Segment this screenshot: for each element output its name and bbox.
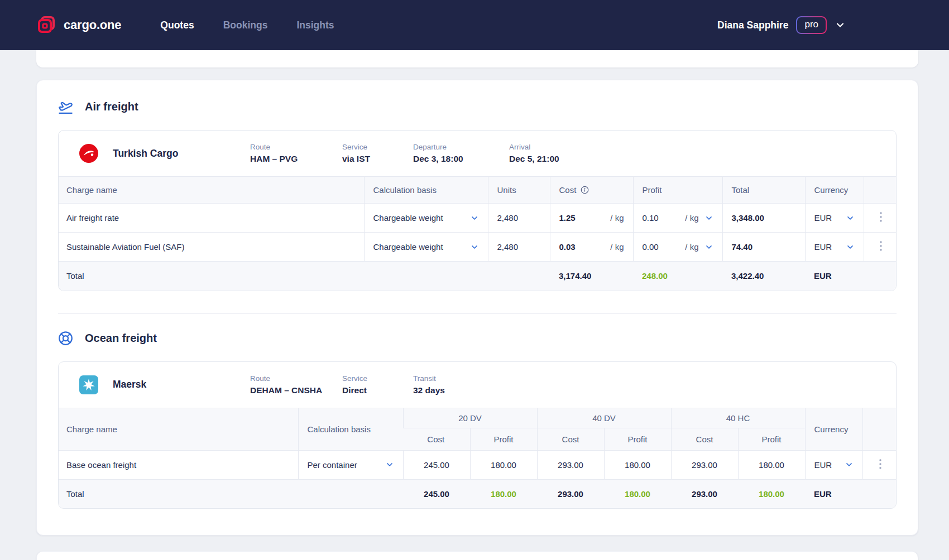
total-currency: EUR — [805, 479, 862, 508]
air-charges-table: Charge name Calculation basis Units Cost… — [59, 176, 897, 291]
col-profit: Profit — [470, 428, 537, 450]
col-profit: Profit — [738, 428, 805, 450]
kebab-menu-icon — [880, 212, 882, 222]
profit-unit-select[interactable]: / kg — [685, 213, 713, 223]
charge-name-cell: Air freight rate — [59, 204, 364, 233]
nav-item-bookings[interactable]: Bookings — [223, 20, 268, 31]
total-label: Total — [59, 479, 298, 508]
pro-badge: pro — [796, 16, 827, 34]
cost-cell: 0.03 / kg — [550, 233, 633, 262]
total-currency: EUR — [805, 262, 864, 291]
total-cell: 3,348.00 — [722, 204, 805, 233]
basis-select[interactable]: Chargeable weight — [373, 242, 479, 252]
total-cost: 3,174.40 — [550, 262, 633, 291]
col-group-20dv: 20 DV — [403, 408, 537, 428]
total-profit: 248.00 — [633, 262, 722, 291]
air-table-header-row: Charge name Calculation basis Units Cost… — [59, 177, 897, 204]
chevron-down-icon — [385, 460, 394, 469]
total-cell: 74.40 — [722, 233, 805, 262]
ocean-table-group-header-row: Charge name Calculation basis 20 DV 40 D… — [59, 408, 897, 428]
air-freight-section-header: Air freight — [58, 99, 897, 114]
nav-links: Quotes Bookings Insights — [160, 20, 334, 31]
col-group-40hc: 40 HC — [671, 408, 805, 428]
currency-cell: EUR — [805, 233, 864, 262]
table-row-base-ocean-freight: Base ocean freight Per container 245.00 … — [59, 450, 897, 479]
units-cell: 2,480 — [488, 204, 550, 233]
col-units: Units — [488, 177, 550, 204]
profit-cell: 0.10 / kg — [633, 204, 722, 233]
col-charge-name: Charge name — [59, 177, 364, 204]
nav-item-quotes[interactable]: Quotes — [160, 20, 194, 31]
row-menu-button[interactable] — [864, 204, 897, 233]
currency-select[interactable]: EUR — [814, 213, 855, 223]
ocean-carrier-header: Maersk Route DEHAM – CNSHA Service Direc… — [59, 362, 896, 408]
carrier-name: Maersk — [113, 379, 250, 390]
total-label: Total — [59, 262, 364, 291]
ocean-total-row: Total 245.00 180.00 293.00 180.00 293.00… — [59, 479, 897, 508]
meta-route: Route HAM – PVG — [250, 143, 342, 164]
section-divider — [58, 313, 897, 314]
currency-select[interactable]: EUR — [814, 460, 854, 470]
kebab-menu-icon — [879, 459, 881, 469]
pro-badge-label: pro — [797, 17, 826, 33]
cost-40dv-cell[interactable]: 293.00 — [537, 450, 604, 479]
air-carrier-header: Turkish Cargo Route HAM – PVG Service vi… — [59, 131, 896, 176]
col-cost: Cost — [671, 428, 738, 450]
ocean-carrier-container: Maersk Route DEHAM – CNSHA Service Direc… — [58, 361, 897, 509]
col-group-40dv: 40 DV — [537, 408, 671, 428]
total-profit-40dv: 180.00 — [604, 479, 671, 508]
meta-transit: Transit 32 days — [413, 374, 445, 395]
profit-40dv-cell[interactable]: 180.00 — [604, 450, 671, 479]
meta-service: Service Direct — [342, 374, 413, 395]
calculation-basis-cell: Per container — [298, 450, 403, 479]
nav-item-insights[interactable]: Insights — [296, 20, 334, 31]
ocean-freight-section-header: Ocean freight — [58, 331, 897, 346]
col-calculation-basis: Calculation basis — [298, 408, 403, 450]
user-name: Diana Sapphire — [717, 20, 788, 31]
card-below-partial — [36, 551, 918, 560]
col-currency: Currency — [805, 177, 864, 204]
calculation-basis-cell: Chargeable weight — [364, 204, 488, 233]
row-menu-button[interactable] — [864, 233, 897, 262]
card-above-partial — [36, 50, 918, 67]
profit-20dv-cell[interactable]: 180.00 — [470, 450, 537, 479]
cost-20dv-cell[interactable]: 245.00 — [403, 450, 470, 479]
charge-name-cell: Sustainable Aviation Fuel (SAF) — [59, 233, 364, 262]
chevron-down-icon — [835, 20, 846, 31]
cost-40hc-cell[interactable]: 293.00 — [671, 450, 738, 479]
basis-select[interactable]: Chargeable weight — [373, 213, 479, 223]
col-actions — [862, 408, 897, 450]
table-row-saf: Sustainable Aviation Fuel (SAF) Chargeab… — [59, 233, 897, 262]
ocean-charges-table: Charge name Calculation basis 20 DV 40 D… — [59, 408, 897, 509]
basis-select[interactable]: Per container — [308, 460, 394, 470]
chevron-down-icon — [846, 243, 855, 252]
brand[interactable]: cargo.one — [36, 15, 121, 35]
col-charge-name: Charge name — [59, 408, 298, 450]
total-profit-20dv: 180.00 — [470, 479, 537, 508]
profit-40hc-cell[interactable]: 180.00 — [738, 450, 805, 479]
col-calculation-basis: Calculation basis — [364, 177, 488, 204]
currency-cell: EUR — [805, 204, 864, 233]
units-cell: 2,480 — [488, 233, 550, 262]
charge-name-cell: Base ocean freight — [59, 450, 298, 479]
chevron-down-icon — [704, 243, 713, 252]
user-menu[interactable]: Diana Sapphire pro — [717, 16, 846, 34]
profit-cell: 0.00 / kg — [633, 233, 722, 262]
col-currency: Currency — [805, 408, 862, 450]
info-circle-icon[interactable] — [581, 186, 589, 194]
total-cost-40hc: 293.00 — [671, 479, 738, 508]
currency-cell: EUR — [805, 450, 862, 479]
currency-select[interactable]: EUR — [814, 242, 855, 252]
row-menu-button[interactable] — [862, 450, 897, 479]
profit-unit-select[interactable]: / kg — [685, 242, 713, 252]
chevron-down-icon — [470, 243, 479, 252]
plane-takeoff-icon — [58, 99, 73, 114]
meta-route: Route DEHAM – CNSHA — [250, 374, 342, 395]
brand-name: cargo.one — [64, 18, 121, 32]
chevron-down-icon — [470, 214, 479, 223]
col-cost: Cost — [403, 428, 470, 450]
total-profit-40hc: 180.00 — [738, 479, 805, 508]
chevron-down-icon — [704, 214, 713, 223]
kebab-menu-icon — [880, 241, 882, 251]
meta-departure: Departure Dec 3, 18:00 — [413, 143, 509, 164]
